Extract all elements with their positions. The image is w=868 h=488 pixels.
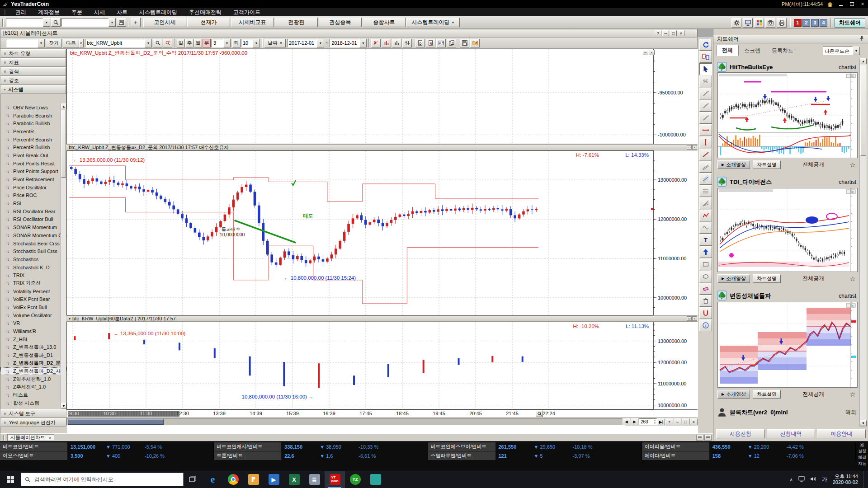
indicator-item[interactable]: ↑↓합성 시스템 <box>0 399 66 407</box>
indicator-item[interactable]: ↑↓Parabolic Bullish <box>0 119 66 127</box>
tool-link-charts[interactable] <box>699 51 712 63</box>
close-scroll-button[interactable]: × <box>690 418 698 425</box>
indicator-item[interactable]: ↑↓Stochastic Bull Crss <box>0 247 66 255</box>
equity-pane-chart[interactable]: -950000.00-1000000.00btc_KRW_Upbit Z_변동성… <box>66 49 698 144</box>
sidebar-section-시스템 도구[interactable]: ∨시스템 도구 <box>0 409 66 418</box>
tool-fib-fan[interactable] <box>699 197 712 209</box>
indicator-item[interactable]: ↑↓TRIX <box>0 271 66 279</box>
intro-video-button[interactable]: ▶소개영상 <box>717 274 750 283</box>
search-button[interactable] <box>51 18 61 27</box>
symbol-combo-2[interactable]: ▼ <box>61 18 116 27</box>
chart-description-button[interactable]: 차트설명 <box>753 160 781 169</box>
indicator-item[interactable]: ↑↓Pivot Points Resist <box>0 160 66 168</box>
signal-line-button[interactable] <box>371 39 381 47</box>
sidebar-section-차트 유형[interactable]: ∨차트 유형 <box>0 49 66 58</box>
date-from-combo[interactable]: 2017-12-01▼ <box>287 39 324 47</box>
pane-restore-icon[interactable]: ▭ <box>687 316 692 321</box>
window-close-button[interactable]: × <box>678 30 684 36</box>
scroll-end-button[interactable]: ▶| <box>657 418 665 425</box>
scroll-down-icon[interactable]: ▼ <box>860 420 867 426</box>
indicator-item[interactable]: ↑↓Williams'R <box>0 327 66 335</box>
tool-draw-a[interactable] <box>699 88 712 99</box>
tool-percent[interactable]: % <box>699 75 712 87</box>
scroll-up-icon[interactable]: ▲ <box>860 58 867 64</box>
indicator-item[interactable]: ↑↓Volatility Percent <box>0 287 66 296</box>
card-preview-변동성채널돌파[interactable]: x <box>717 302 858 388</box>
symbol-search-button[interactable] <box>153 39 162 47</box>
layout-button-3[interactable]: 3 <box>811 19 819 27</box>
menu-item-차트[interactable]: 차트 <box>111 8 133 16</box>
taskbar-app-ytcoin[interactable]: YTcoin <box>325 471 345 488</box>
taskbar-app-edge[interactable]: e <box>203 471 223 488</box>
indicator-item[interactable]: ↑↓Stochastics K_D <box>0 263 66 272</box>
tray-clock[interactable]: 오후 11:44 2020-08-02 <box>833 474 858 485</box>
tool-v-line[interactable] <box>699 136 712 148</box>
panel-button-사용신청[interactable]: 사용신청 <box>716 429 765 438</box>
taskbar-app-documents[interactable]: ≣ <box>304 471 325 488</box>
tool-text[interactable]: T <box>699 234 712 246</box>
period-button-월[interactable]: 월 <box>194 39 202 47</box>
folder-edit-button[interactable] <box>470 39 480 47</box>
show-desktop-button[interactable] <box>863 471 865 488</box>
doc-d-button[interactable]: D <box>415 39 425 47</box>
sidebar-section-검색[interactable]: ∨검색 <box>0 67 66 76</box>
indicator-item[interactable]: ↑↓RSI Oscillator Bear <box>0 207 66 216</box>
tray-ime-indicator[interactable]: 가 <box>822 476 827 483</box>
star-icon[interactable]: ☆ <box>850 390 856 399</box>
taskbar-app-memo[interactable] <box>365 471 386 488</box>
tool-eraser[interactable] <box>699 283 712 295</box>
taskbar-app-chrome[interactable] <box>223 471 243 488</box>
indicator-item[interactable]: ↑↓Parabolic Bearish <box>0 112 66 120</box>
pane-restore-icon[interactable]: ▭ <box>687 145 692 150</box>
card-preview-TDI_다이버전스[interactable]: x <box>717 188 858 272</box>
indicator-item[interactable]: ↑↓Z_변동성돌파_D1 <box>0 351 66 359</box>
indicator-item[interactable]: ↑↓Price Oscillator <box>0 183 66 192</box>
scrollbar-thumb[interactable] <box>68 419 164 425</box>
bar-count-spinner[interactable]: 263▲▼ <box>639 418 657 425</box>
tool-refresh[interactable] <box>699 39 712 51</box>
menu-item-추천매매전략[interactable]: 추천매매전략 <box>183 8 227 16</box>
indicator-item[interactable]: ↑↓Pivot Retracement <box>0 175 66 183</box>
expand-button[interactable]: ▸ <box>79 39 84 47</box>
layout-button-2[interactable]: 2 <box>802 19 810 27</box>
tool-arrow[interactable] <box>699 246 712 258</box>
tool-trash[interactable] <box>699 295 712 307</box>
taskbar-app-files[interactable]: ▛ <box>243 471 264 488</box>
pane-close-icon[interactable]: × <box>692 145 697 150</box>
ticker-side-자동[interactable]: 자동 <box>858 461 866 467</box>
tool-ellipse[interactable] <box>699 271 712 282</box>
star-icon[interactable]: ☆ <box>850 275 856 283</box>
save-button[interactable] <box>460 39 469 47</box>
tab-simulation-chart[interactable]: 시뮬레이션차트× <box>7 434 54 441</box>
symbol-combo-1[interactable]: ▼ <box>6 18 50 27</box>
settings-button[interactable] <box>731 18 741 28</box>
spinner-arrows-icon[interactable]: ▲▼ <box>654 419 656 424</box>
period-button-일[interactable]: 일 <box>177 39 185 47</box>
pin-icon[interactable] <box>860 36 863 42</box>
scrollbar-thumb[interactable] <box>61 110 66 178</box>
sidebar-section-강조[interactable]: ∨강조 <box>0 76 66 85</box>
copy-r-button[interactable]: R <box>447 39 456 47</box>
scroll-right-button[interactable]: ▶ <box>631 418 638 425</box>
tool-info[interactable]: i <box>699 319 712 331</box>
capture-button[interactable] <box>765 18 775 28</box>
nav-button-관심종목[interactable]: 관심종목 <box>319 18 362 27</box>
find-button[interactable]: 찾기 <box>46 39 62 47</box>
tool-zigzag[interactable] <box>699 210 712 221</box>
date-to-combo[interactable]: 2018-12-01▼ <box>330 39 367 47</box>
taskbar-app-excel[interactable]: X <box>284 471 304 488</box>
indicator-item[interactable]: ↑↓PercentR Bullish <box>0 143 66 151</box>
taskbar-app-yestrader[interactable]: YZ <box>345 471 365 488</box>
panel-tab-전체[interactable]: 전체 <box>716 45 739 56</box>
sort-button[interactable] <box>402 39 412 47</box>
tool-wave[interactable] <box>699 222 712 234</box>
pane-close-icon[interactable]: × <box>649 50 655 55</box>
indicator-item[interactable]: ↑↓Z_HBI <box>0 335 66 343</box>
symbol-combo[interactable]: btc_KRW_Upbit▼ <box>85 39 152 47</box>
ticker-side-체결[interactable]: 체결 <box>858 455 866 460</box>
volume-bars-button[interactable] <box>392 39 401 47</box>
sidebar-section-시스템[interactable]: »시스템 <box>0 85 66 94</box>
zoom-in-button[interactable]: ＋ <box>665 418 673 425</box>
symbol-search-red-button[interactable] <box>163 39 172 47</box>
menu-item-시스템트레이딩[interactable]: 시스템트레이딩 <box>133 8 183 16</box>
